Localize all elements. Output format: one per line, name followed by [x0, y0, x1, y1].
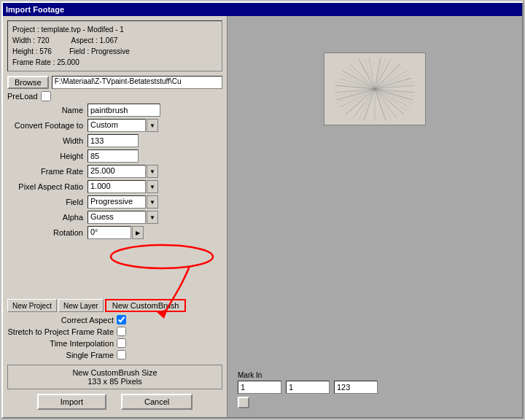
right-panel: Mark In	[228, 16, 522, 417]
pixel-aspect-row: Pixel Aspect Ratio 1.000 ▼	[7, 180, 222, 193]
scrollbar-thumb[interactable]	[238, 397, 249, 408]
svg-line-31	[336, 89, 375, 104]
correct-aspect-row: Correct Aspect	[7, 315, 222, 324]
stretch-checkbox[interactable]	[117, 327, 126, 336]
timeline-value3-input[interactable]	[334, 381, 378, 394]
project-info: Project : template.tvp - Modifed - 1 Wid…	[7, 20, 222, 71]
width-label: Width	[7, 136, 88, 145]
svg-line-29	[359, 89, 375, 120]
field-row: Field Progressive ▼	[7, 195, 222, 209]
height-row: Height	[7, 149, 222, 163]
field-select-container: Progressive ▼	[88, 195, 158, 209]
brush-svg	[327, 56, 422, 122]
svg-line-38	[375, 67, 402, 89]
single-frame-label: Single Frame	[7, 351, 117, 359]
mark-in-row: Mark In	[235, 369, 515, 395]
browse-button[interactable]: Browse	[7, 76, 49, 89]
svg-line-30	[342, 89, 375, 111]
convert-row: Convert Footage to Custom ▼	[7, 119, 222, 132]
tab-new-project[interactable]: New Project	[7, 299, 57, 312]
svg-line-27	[375, 89, 408, 111]
convert-select[interactable]: Custom	[88, 119, 146, 132]
field-line: Field : Progressive	[69, 46, 130, 57]
pixel-aspect-label: Pixel Aspect Ratio	[7, 182, 88, 191]
alpha-dropdown-arrow[interactable]: ▼	[147, 211, 158, 224]
rotation-select-container: 0° ▶	[88, 226, 144, 239]
timeline-section: Mark In	[235, 366, 515, 410]
value2-container	[286, 370, 330, 394]
pixel-aspect-select[interactable]: 1.000	[88, 180, 146, 193]
width-input[interactable]	[88, 134, 139, 147]
cancel-button[interactable]: Cancel	[121, 394, 192, 410]
brush-preview	[324, 52, 426, 125]
bottom-buttons: Import Cancel	[7, 389, 222, 413]
mark-in-input[interactable]	[238, 381, 281, 394]
width-row: Width	[7, 134, 222, 147]
title-bar: Import Footage	[3, 3, 522, 16]
project-line: Project : template.tvp - Modifed - 1	[12, 24, 217, 35]
field-dropdown-arrow[interactable]: ▼	[147, 195, 158, 209]
svg-line-4	[375, 89, 397, 118]
convert-select-container: Custom ▼	[88, 119, 158, 132]
timeline-value2-input[interactable]	[286, 381, 330, 394]
framerate-row: Frame Rate 25.000 ▼	[7, 165, 222, 178]
svg-line-34	[341, 74, 375, 89]
svg-line-36	[364, 58, 375, 89]
rotation-dropdown-arrow[interactable]: ▶	[132, 226, 144, 239]
tab-new-custombrush[interactable]: New CustomBrush	[105, 299, 187, 312]
aspect-line: Aspect : 1.067	[71, 35, 118, 46]
framerate-dropdown-arrow[interactable]: ▼	[147, 165, 158, 178]
convert-label: Convert Footage to	[7, 121, 88, 130]
size-info-line2: 133 x 85 Pixels	[11, 377, 219, 386]
name-input[interactable]	[88, 104, 160, 117]
time-interp-checkbox[interactable]	[117, 338, 126, 348]
time-interp-label: Time Interpolation	[7, 339, 117, 348]
path-input[interactable]: F:\Materiaal\Z-TVpaint-Betateststuff\Cu	[52, 76, 222, 89]
alpha-label: Alpha	[7, 213, 88, 222]
main-window: Import Footage Project : template.tvp - …	[1, 1, 524, 419]
width-line: Width : 720	[12, 35, 50, 46]
height-input[interactable]	[88, 149, 139, 163]
svg-line-37	[375, 58, 386, 89]
size-info-line1: New CustomBrush Size	[11, 368, 219, 377]
framerate-select-container: 25.000 ▼	[88, 165, 158, 178]
title-text: Import Footage	[6, 5, 64, 14]
value3-container	[334, 370, 378, 394]
correct-aspect-label: Correct Aspect	[7, 316, 117, 324]
convert-dropdown-arrow[interactable]: ▼	[147, 119, 158, 132]
field-label: Field	[7, 198, 88, 206]
import-button[interactable]: Import	[37, 394, 106, 410]
rotation-select[interactable]: 0°	[88, 226, 131, 239]
preload-label: PreLoad	[7, 92, 38, 101]
svg-line-25	[375, 89, 416, 96]
svg-line-28	[375, 89, 391, 120]
svg-line-26	[375, 89, 413, 104]
single-frame-row: Single Frame	[7, 350, 222, 359]
stretch-row: Stretch to Project Frame Rate	[7, 327, 222, 336]
framerate-select[interactable]: 25.000	[88, 165, 146, 178]
mark-in-label: Mark In	[238, 371, 281, 379]
time-interp-row: Time Interpolation	[7, 338, 222, 348]
alpha-select[interactable]: Guess	[88, 211, 146, 224]
rotation-row: Rotation 0° ▶	[7, 226, 222, 239]
tabs-row: New Project New Layer New CustomBrush	[7, 299, 222, 312]
height-label: Height	[7, 152, 88, 160]
svg-line-8	[353, 89, 375, 118]
pixel-aspect-container: 1.000 ▼	[88, 180, 158, 193]
preload-row: PreLoad	[7, 91, 222, 101]
svg-line-39	[375, 74, 408, 89]
single-frame-checkbox[interactable]	[117, 350, 126, 359]
pixel-aspect-arrow[interactable]: ▼	[147, 180, 158, 193]
checkboxes-section: Correct Aspect Stretch to Project Frame …	[7, 315, 222, 362]
tab-new-layer[interactable]: New Layer	[58, 299, 104, 312]
form-section: Name Convert Footage to Custom ▼ Width	[7, 104, 222, 299]
framerate-label: Frame Rate	[7, 167, 88, 176]
alpha-select-container: Guess ▼	[88, 211, 158, 224]
field-select[interactable]: Progressive	[88, 195, 146, 209]
preload-checkbox[interactable]	[41, 91, 51, 101]
name-row: Name	[7, 104, 222, 117]
height-line: Height : 576	[12, 46, 52, 57]
browse-row: Browse F:\Materiaal\Z-TVpaint-Betatestst…	[7, 76, 222, 89]
correct-aspect-checkbox[interactable]	[117, 315, 126, 324]
mark-in-container: Mark In	[238, 371, 281, 394]
